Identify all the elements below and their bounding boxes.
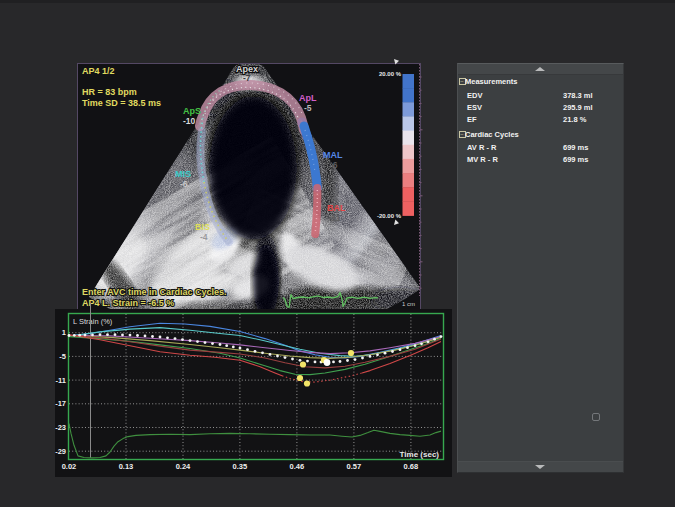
- svg-text:ApL: ApL: [299, 93, 317, 103]
- svg-text:-5: -5: [304, 103, 312, 113]
- svg-text:Time SD = 38.5 ms: Time SD = 38.5 ms: [82, 98, 161, 108]
- svg-text:0.02: 0.02: [62, 462, 77, 471]
- svg-text:-29: -29: [55, 447, 66, 456]
- svg-text:0.13: 0.13: [119, 462, 134, 471]
- svg-text:-11: -11: [56, 376, 66, 385]
- svg-text:0.35: 0.35: [233, 462, 248, 471]
- svg-text:-17: -17: [55, 399, 66, 408]
- svg-text:HR = 83 bpm: HR = 83 bpm: [82, 87, 137, 97]
- svg-text:MIS: MIS: [175, 169, 191, 179]
- svg-text:AP4 L. Strain = -6.5 %: AP4 L. Strain = -6.5 %: [82, 298, 174, 308]
- svg-text:-4: -4: [200, 232, 208, 242]
- svg-text:-6: -6: [180, 179, 188, 189]
- svg-text:-23: -23: [55, 423, 66, 432]
- svg-text:-7: -7: [243, 73, 251, 83]
- svg-text:0.46: 0.46: [290, 462, 305, 471]
- svg-text:-10: -10: [183, 116, 196, 126]
- svg-text:20.00 %: 20.00 %: [379, 71, 402, 77]
- svg-text:0.24: 0.24: [176, 462, 191, 471]
- svg-text:0.68: 0.68: [404, 462, 419, 471]
- svg-text:-6: -6: [330, 160, 338, 170]
- svg-text:0.57: 0.57: [347, 462, 362, 471]
- svg-text:1: 1: [62, 328, 66, 337]
- svg-text:-20.00 %: -20.00 %: [377, 213, 402, 219]
- svg-text:MAL: MAL: [323, 150, 343, 160]
- svg-text:-11: -11: [329, 213, 341, 223]
- svg-text:Enter AVC time in Cardiac Cycl: Enter AVC time in Cardiac Cycles.: [82, 287, 227, 297]
- svg-text:AP4 1/2: AP4 1/2: [82, 66, 115, 76]
- svg-text:Time (sec): Time (sec): [400, 450, 440, 459]
- svg-text:L Strain (%): L Strain (%): [73, 317, 113, 326]
- svg-text:ApS: ApS: [183, 106, 201, 116]
- svg-text:1 cm: 1 cm: [402, 301, 415, 307]
- svg-text:BIS: BIS: [195, 222, 210, 232]
- svg-text:BAL: BAL: [327, 203, 346, 213]
- svg-text:-5: -5: [59, 352, 66, 361]
